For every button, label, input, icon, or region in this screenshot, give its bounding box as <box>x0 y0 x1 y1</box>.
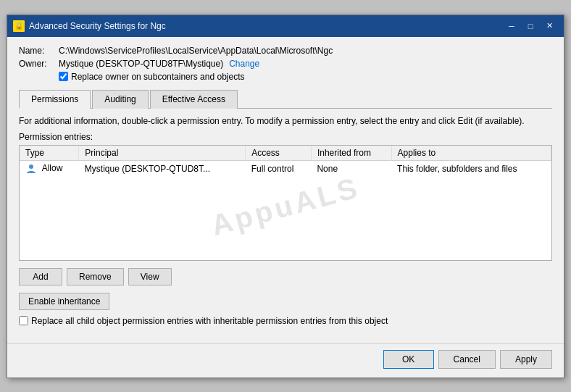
row-applies: This folder, subfolders and files <box>391 160 551 177</box>
tab-permissions[interactable]: Permissions <box>19 90 91 109</box>
tab-auditing[interactable]: Auditing <box>92 90 148 109</box>
replace-owner-checkbox[interactable] <box>59 72 68 81</box>
row-inherited: None <box>311 160 391 177</box>
name-label: Name: <box>19 46 59 56</box>
enable-inheritance-button[interactable]: Enable inheritance <box>19 293 109 310</box>
window-title: Advanced Security Settings for Ngc <box>29 21 166 31</box>
permission-table-wrapper: Type Principal Access Inherited from App… <box>19 145 552 268</box>
owner-value: Mystique (DESKTOP-QTUD8TF\Mystique) <box>59 59 223 69</box>
row-principal: Mystique (DESKTOP-QTUD8T... <box>79 160 246 177</box>
remove-button[interactable]: Remove <box>67 268 124 285</box>
view-button[interactable]: View <box>128 268 172 285</box>
owner-row: Owner: Mystique (DESKTOP-QTUD8TF\Mystiqu… <box>19 59 552 69</box>
permission-table: Type Principal Access Inherited from App… <box>20 146 551 177</box>
name-row: Name: C:\Windows\ServiceProfiles\LocalSe… <box>19 46 552 56</box>
entries-label: Permission entries: <box>19 132 552 142</box>
name-value: C:\Windows\ServiceProfiles\LocalService\… <box>59 46 333 56</box>
action-buttons-row: Add Remove View <box>19 268 552 285</box>
main-window: 🔒 Advanced Security Settings for Ngc ─ □… <box>7 14 564 378</box>
col-principal: Principal <box>79 146 246 161</box>
content-area: Name: C:\Windows\ServiceProfiles\LocalSe… <box>7 37 564 343</box>
col-type: Type <box>20 146 79 161</box>
cancel-button[interactable]: Cancel <box>438 350 496 369</box>
col-applies: Applies to <box>391 146 551 161</box>
replace-checkbox[interactable] <box>19 316 28 325</box>
svg-point-0 <box>29 164 33 169</box>
row-type: Allow <box>20 160 79 177</box>
user-icon <box>25 163 37 175</box>
change-link[interactable]: Change <box>229 59 259 69</box>
close-button[interactable]: ✕ <box>541 20 558 33</box>
maximize-button[interactable]: □ <box>522 20 539 33</box>
permission-table-container[interactable]: Type Principal Access Inherited from App… <box>19 145 552 261</box>
row-access: Full control <box>246 160 312 177</box>
table-row[interactable]: Allow Mystique (DESKTOP-QTUD8T... Full c… <box>20 160 551 177</box>
owner-label: Owner: <box>19 59 59 69</box>
description-text: For additional information, double-click… <box>19 114 552 128</box>
tab-effective-access[interactable]: Effective Access <box>150 90 238 109</box>
col-access: Access <box>246 146 312 161</box>
table-header-row: Type Principal Access Inherited from App… <box>20 146 551 161</box>
title-bar-controls: ─ □ ✕ <box>503 20 558 33</box>
col-inherited: Inherited from <box>311 146 391 161</box>
title-bar-left: 🔒 Advanced Security Settings for Ngc <box>13 20 166 32</box>
replace-owner-row: Replace owner on subcontainers and objec… <box>59 72 552 82</box>
replace-label: Replace all child object permission entr… <box>31 316 388 326</box>
title-bar: 🔒 Advanced Security Settings for Ngc ─ □… <box>7 15 564 37</box>
ok-button[interactable]: OK <box>383 350 434 369</box>
apply-button[interactable]: Apply <box>500 350 552 369</box>
minimize-button[interactable]: ─ <box>503 20 520 33</box>
window-icon: 🔒 <box>13 20 25 32</box>
replace-owner-label: Replace owner on subcontainers and objec… <box>71 72 244 82</box>
tabs-container: Permissions Auditing Effective Access <box>19 89 552 109</box>
bottom-buttons: OK Cancel Apply <box>7 343 564 378</box>
add-button[interactable]: Add <box>19 268 62 285</box>
replace-row: Replace all child object permission entr… <box>19 316 552 326</box>
